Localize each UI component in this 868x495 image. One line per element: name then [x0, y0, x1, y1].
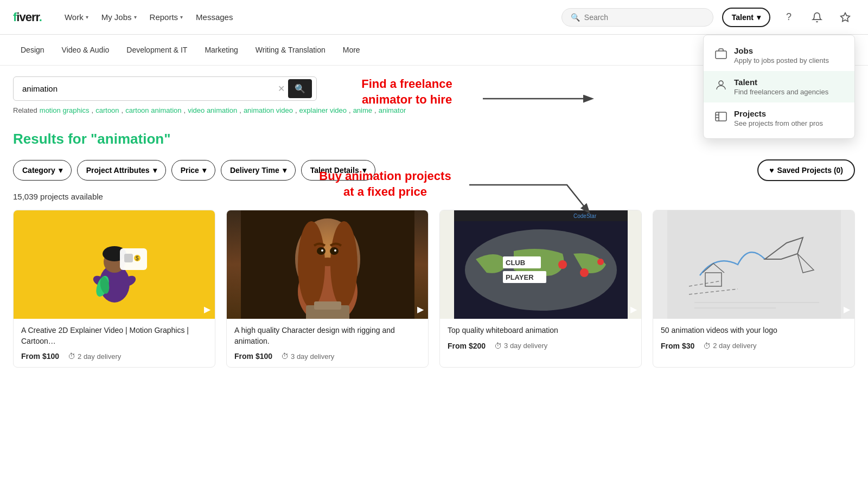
related-tag[interactable]: explainer video [299, 106, 347, 114]
header-right: 🔍 Talent ▾ ? [561, 8, 855, 27]
project-card[interactable]: ▶ A high quality Character design with r… [226, 210, 429, 368]
filter-project-attributes[interactable]: Project Attributes ▾ [77, 160, 166, 181]
video-indicator-icon: ▶ [844, 304, 850, 314]
svg-rect-10 [120, 248, 147, 270]
chevron-down-icon: ▾ [153, 166, 157, 175]
projects-icon [714, 110, 727, 126]
card-delivery: ⏱ 2 day delivery [703, 342, 756, 350]
card-title: 50 animation videos with your logo [661, 325, 847, 336]
search-icon: 🔍 [571, 13, 580, 22]
card-delivery: ⏱ 3 day delivery [281, 352, 334, 361]
filter-delivery-time[interactable]: Delivery Time ▾ [221, 160, 296, 181]
jobs-icon [714, 47, 727, 63]
talent-icon [714, 79, 727, 95]
heart-icon: ♥ [769, 166, 774, 175]
svg-text:CodeStar: CodeStar [573, 213, 597, 219]
project-card[interactable]: $ ▶ A Creative 2D Explainer Video | Moti… [13, 210, 215, 368]
related-tag[interactable]: animator [379, 106, 406, 114]
filter-category[interactable]: Category ▾ [13, 160, 72, 181]
video-indicator-icon: ▶ [630, 304, 637, 314]
cat-more[interactable]: More [335, 41, 368, 59]
chevron-down-icon: ▾ [202, 166, 206, 175]
card-price: From $100 [21, 352, 59, 361]
filter-talent-details[interactable]: Talent Details ▾ [301, 160, 375, 181]
clock-icon: ⏱ [68, 352, 75, 361]
cat-dev-it[interactable]: Development & IT [119, 41, 195, 59]
search-submit-btn[interactable]: 🔍 [288, 79, 312, 98]
clock-icon: ⏱ [494, 342, 502, 350]
svg-text:CLUB: CLUB [506, 259, 525, 267]
card-meta: From $100 ⏱ 2 day delivery [21, 352, 207, 361]
talent-dropdown-btn[interactable]: Talent ▾ [722, 8, 770, 27]
cards-grid: $ ▶ A Creative 2D Explainer Video | Moti… [0, 210, 868, 389]
card2-illustration [241, 210, 414, 319]
chevron-icon: ▾ [134, 14, 137, 20]
nav-work[interactable]: Work ▾ [59, 8, 94, 26]
notification-icon[interactable] [807, 8, 827, 27]
cat-writing[interactable]: Writing & Translation [248, 41, 333, 59]
svg-rect-27 [314, 301, 341, 310]
svg-point-21 [317, 247, 326, 255]
project-card[interactable]: ▶ 50 animation videos with your logo Fro… [653, 210, 855, 368]
filter-bar: Category ▾ Project Attributes ▾ Price ▾ … [0, 153, 868, 188]
related-tag[interactable]: motion graphics [40, 106, 90, 114]
svg-point-23 [321, 249, 323, 252]
filter-price[interactable]: Price ▾ [171, 160, 215, 181]
clear-search-btn[interactable]: ✕ [275, 83, 288, 94]
card-body-2: A high quality Character design with rig… [227, 319, 428, 367]
card-price: From $100 [234, 352, 272, 361]
card-title: Top quality whiteboard animation [448, 325, 634, 336]
svg-rect-11 [124, 254, 133, 262]
big-search-bar: ✕ 🔍 [13, 76, 317, 101]
chevron-down-icon: ▾ [757, 13, 761, 22]
related-tag[interactable]: cartoon animation [125, 106, 181, 114]
svg-point-25 [318, 258, 337, 266]
saved-projects-btn[interactable]: ♥ Saved Projects (0) [757, 159, 855, 181]
related-tag[interactable]: anime [353, 106, 372, 114]
card-title: A Creative 2D Explainer Video | Motion G… [21, 325, 207, 346]
cat-marketing[interactable]: Marketing [197, 41, 245, 59]
dropdown-projects[interactable]: Projects See projects from other pros [704, 102, 854, 134]
card-delivery: ⏱ 2 day delivery [68, 352, 121, 361]
card3-illustration: CodeStar CLUB PLAYER [454, 210, 628, 319]
dropdown-jobs[interactable]: Jobs Apply to jobs posted by clients [704, 40, 854, 71]
related-tag[interactable]: animation video [244, 106, 293, 114]
card-title: A high quality Character design with rig… [234, 325, 420, 346]
search-input[interactable] [584, 13, 704, 22]
clock-icon: ⏱ [281, 352, 289, 361]
svg-rect-29 [454, 210, 628, 221]
dropdown-talent[interactable]: Talent Find freelancers and agencies [704, 71, 854, 102]
card-meta: From $30 ⏱ 2 day delivery [661, 342, 847, 350]
main-search-input[interactable] [18, 80, 275, 98]
card-meta: From $200 ⏱ 3 day delivery [448, 342, 634, 350]
cat-video-audio[interactable]: Video & Audio [54, 41, 117, 59]
related-tag[interactable]: video animation [188, 106, 237, 114]
project-card[interactable]: CodeStar CLUB PLAYER [439, 210, 642, 368]
help-btn[interactable]: ? [779, 8, 799, 27]
card-body-4: 50 animation videos with your logo From … [653, 319, 854, 357]
nav-messages[interactable]: Messages [190, 8, 238, 26]
alerts-icon[interactable] [835, 8, 855, 27]
cat-design[interactable]: Design [13, 41, 52, 59]
nav-my-jobs[interactable]: My Jobs ▾ [96, 8, 142, 26]
chevron-icon: ▾ [180, 14, 183, 20]
related-tag[interactable]: cartoon [95, 106, 119, 114]
logo[interactable]: fiverr. [13, 10, 42, 24]
video-indicator-icon: ▶ [417, 304, 424, 314]
svg-marker-0 [841, 12, 850, 21]
card-meta: From $100 ⏱ 3 day delivery [234, 352, 420, 361]
svg-rect-3 [716, 112, 726, 121]
projects-count: 15,039 projects available [0, 188, 868, 210]
search-bar[interactable]: 🔍 [561, 8, 713, 27]
card4-illustration [667, 210, 841, 319]
talent-dropdown-menu: Jobs Apply to jobs posted by clients Tal… [703, 35, 855, 139]
card-price: From $200 [448, 342, 486, 350]
chevron-down-icon: ▾ [59, 166, 62, 175]
svg-point-22 [330, 247, 339, 255]
main-header: fiverr. Work ▾ My Jobs ▾ Reports ▾ Messa… [0, 0, 868, 35]
card-image-3: CodeStar CLUB PLAYER [440, 210, 641, 319]
svg-text:$: $ [136, 255, 139, 261]
card-body-3: Top quality whiteboard animation From $2… [440, 319, 641, 357]
card-body-1: A Creative 2D Explainer Video | Motion G… [14, 319, 215, 367]
nav-reports[interactable]: Reports ▾ [144, 8, 189, 26]
